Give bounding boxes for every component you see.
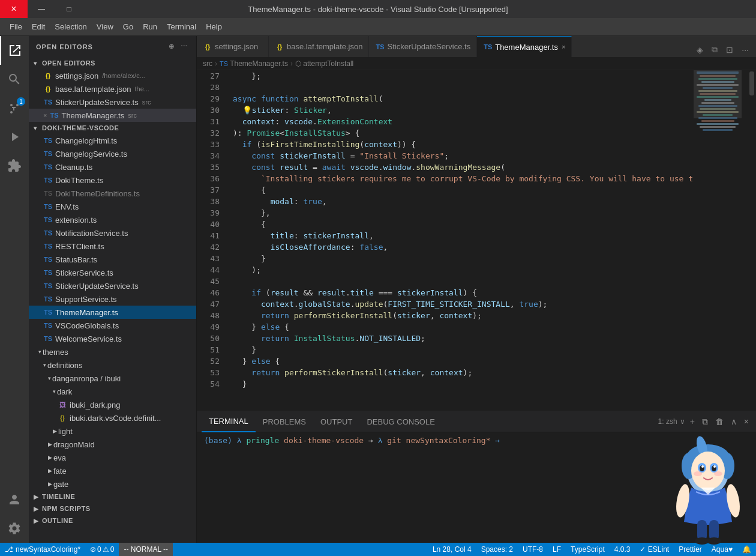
- folder-danganronpa[interactable]: ▾ danganronpa / ibuki: [29, 372, 196, 385]
- file-changelog-service-name: ChangelogService.ts: [55, 150, 127, 159]
- file-notification-service[interactable]: TS NotificationService.ts: [29, 226, 196, 240]
- minimize-button[interactable]: —: [28, 0, 55, 18]
- tab-base-laf[interactable]: {} base.laf.template.json: [269, 36, 369, 57]
- folder-gate[interactable]: ▶ gate: [29, 477, 196, 491]
- code-editor[interactable]: 27 28 29 30 31 32 33 34 35 36 37 38 39 4…: [197, 70, 756, 411]
- panel-tab-output[interactable]: OUTPUT: [313, 411, 359, 432]
- outline-section[interactable]: ▶ OUTLINE: [29, 515, 196, 527]
- folder-definitions[interactable]: ▾ definitions: [29, 358, 196, 372]
- status-version[interactable]: 4.0.3: [610, 543, 635, 556]
- status-notifications[interactable]: 🔔: [737, 543, 756, 556]
- project-section[interactable]: ▾ DOKI-THEME-VSCODE: [29, 122, 196, 134]
- menu-file[interactable]: File: [5, 20, 27, 34]
- status-encoding[interactable]: UTF-8: [518, 543, 548, 556]
- open-editor-base-laf[interactable]: {} base.laf.template.json the...: [29, 82, 196, 95]
- file-statusbar[interactable]: TS StatusBar.ts: [29, 253, 196, 266]
- activity-account[interactable]: [0, 485, 29, 514]
- menu-edit[interactable]: Edit: [27, 20, 50, 34]
- breadcrumb-symbol[interactable]: ⬡ attemptToInstall: [295, 59, 353, 68]
- tab-settings-json[interactable]: {} settings.json: [197, 36, 269, 57]
- status-position[interactable]: Ln 28, Col 4: [428, 543, 476, 556]
- menu-selection[interactable]: Selection: [50, 20, 91, 34]
- kill-terminal-icon[interactable]: 🗑: [713, 415, 726, 428]
- code-line-37: {: [227, 184, 694, 196]
- code-line-52: } else {: [227, 355, 694, 367]
- file-theme-manager[interactable]: TS ThemeManager.ts: [29, 306, 196, 319]
- menu-go[interactable]: Go: [118, 20, 138, 34]
- panel-tab-terminal[interactable]: TERMINAL: [202, 411, 256, 432]
- layout-icon[interactable]: ◈: [694, 43, 706, 57]
- more-actions-icon[interactable]: ···: [739, 43, 751, 57]
- file-vscodeglobals[interactable]: TS VSCodeGlobals.ts: [29, 319, 196, 332]
- status-git-branch[interactable]: ⎇ newSyntaxColoring*: [0, 543, 85, 556]
- panel-right: 1: zsh ∨ + ⧉ 🗑 ∧ ×: [658, 415, 751, 428]
- file-cleanup[interactable]: TS Cleanup.ts: [29, 160, 196, 174]
- breadcrumb-file[interactable]: TS ThemeManager.ts: [220, 59, 288, 68]
- vertical-scrollbar[interactable]: [748, 70, 756, 411]
- file-welcome-service[interactable]: TS WelcomeService.ts: [29, 332, 196, 345]
- file-restclient[interactable]: TS RESTClient.ts: [29, 240, 196, 253]
- close-editor-icon[interactable]: ×: [43, 112, 47, 119]
- activity-explorer[interactable]: [0, 36, 29, 65]
- split-terminal-icon[interactable]: ⧉: [700, 415, 710, 428]
- status-line-ending[interactable]: LF: [548, 543, 566, 556]
- close-button[interactable]: ×: [0, 0, 28, 18]
- activity-extensions[interactable]: [0, 151, 29, 180]
- panel-tab-problems[interactable]: PROBLEMS: [256, 411, 313, 432]
- file-extension[interactable]: TS extension.ts: [29, 213, 196, 226]
- tab-close-icon[interactable]: ×: [562, 43, 565, 50]
- activity-settings[interactable]: [0, 514, 29, 543]
- open-editor-theme-manager[interactable]: × TS ThemeManager.ts src: [29, 109, 196, 122]
- file-dokitheme-defs[interactable]: TS DokiThemeDefinitions.ts: [29, 187, 196, 200]
- breadcrumb-src[interactable]: src: [203, 59, 212, 68]
- status-eslint[interactable]: ✓ ESLint: [635, 543, 674, 556]
- maximize-button[interactable]: □: [55, 0, 83, 18]
- file-env[interactable]: TS ENV.ts: [29, 200, 196, 213]
- menu-run[interactable]: Run: [138, 20, 162, 34]
- open-editor-settings-json[interactable]: {} settings.json /home/alex/c...: [29, 69, 196, 82]
- folder-light[interactable]: ▶ light: [29, 425, 196, 438]
- panel-tab-debug-console[interactable]: DEBUG CONSOLE: [359, 411, 442, 432]
- panel-close-icon[interactable]: ×: [742, 415, 751, 428]
- file-sticker-update-service[interactable]: TS StickerUpdateService.ts: [29, 279, 196, 292]
- status-errors[interactable]: ⊘ 0 ⚠ 0: [85, 543, 119, 556]
- terminal-body[interactable]: (base) λ pringle doki-theme-vscode → λ g…: [197, 432, 756, 543]
- tab-json-icon2: {}: [275, 43, 284, 50]
- file-changelog-service[interactable]: TS ChangelogService.ts: [29, 147, 196, 160]
- folder-dragonmaid[interactable]: ▶ dragonMaid: [29, 438, 196, 451]
- collapse-all-icon[interactable]: ⋯: [179, 41, 189, 52]
- menu-terminal[interactable]: Terminal: [162, 20, 201, 34]
- status-prettier[interactable]: Prettier: [674, 543, 707, 556]
- status-theme[interactable]: Aqua ♥: [707, 543, 737, 556]
- file-sticker-service[interactable]: TS StickerService.ts: [29, 266, 196, 279]
- folder-eva[interactable]: ▶ eva: [29, 451, 196, 464]
- menu-view[interactable]: View: [92, 20, 118, 34]
- file-changelog-html[interactable]: TS ChangelogHtml.ts: [29, 134, 196, 147]
- npm-scripts-section[interactable]: ▶ NPM SCRIPTS: [29, 503, 196, 515]
- menu-help[interactable]: Help: [201, 20, 227, 34]
- file-dokitheme[interactable]: TS DokiTheme.ts: [29, 174, 196, 187]
- tab-theme-manager[interactable]: TS ThemeManager.ts ×: [477, 36, 572, 57]
- folder-dark[interactable]: ▾ dark: [29, 385, 196, 398]
- new-terminal-icon[interactable]: +: [688, 415, 697, 428]
- file-support-service[interactable]: TS SupportService.ts: [29, 292, 196, 306]
- folder-fate[interactable]: ▶ fate: [29, 464, 196, 477]
- tab-sticker-update[interactable]: TS StickerUpdateService.ts: [369, 36, 477, 57]
- timeline-section[interactable]: ▶ TIMELINE: [29, 491, 196, 503]
- file-ibuki-dark-png[interactable]: 🖼 ibuki_dark.png: [29, 398, 196, 411]
- code-content[interactable]: }; async function attemptToInstall( 💡sti…: [227, 70, 694, 411]
- activity-search[interactable]: [0, 65, 29, 94]
- file-ibuki-dark-vscode[interactable]: {} ibuki.dark.vsCode.definit...: [29, 411, 196, 425]
- open-editors-section[interactable]: ▾ OPEN EDITORS: [29, 57, 196, 69]
- panel-toggle-icon[interactable]: ⊡: [724, 43, 736, 57]
- panel-maximize-icon[interactable]: ∧: [728, 415, 739, 428]
- activity-source-control[interactable]: 1: [0, 94, 29, 122]
- activity-run[interactable]: [0, 122, 29, 151]
- new-file-icon[interactable]: ⊕: [167, 41, 176, 52]
- status-language[interactable]: TypeScript: [566, 543, 610, 556]
- split-editor-icon[interactable]: ⧉: [709, 42, 720, 57]
- folder-themes[interactable]: ▾ themes: [29, 345, 196, 358]
- line-numbers: 27 28 29 30 31 32 33 34 35 36 37 38 39 4…: [197, 70, 227, 411]
- open-editor-sticker-update[interactable]: TS StickerUpdateService.ts src: [29, 95, 196, 109]
- status-spaces[interactable]: Spaces: 2: [476, 543, 518, 556]
